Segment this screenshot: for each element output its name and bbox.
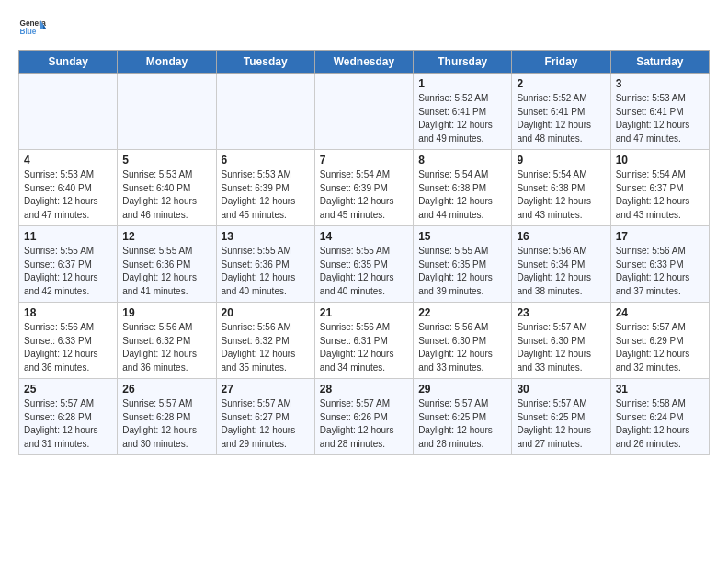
day-number: 7: [320, 154, 408, 167]
day-info: Sunrise: 5:57 AM Sunset: 6:26 PM Dayligh…: [320, 397, 408, 451]
calendar-cell: 28Sunrise: 5:57 AM Sunset: 6:26 PM Dayli…: [314, 379, 413, 455]
day-number: 12: [122, 230, 210, 243]
calendar-body: 1Sunrise: 5:52 AM Sunset: 6:41 PM Daylig…: [19, 74, 710, 455]
calendar-cell: [118, 74, 216, 150]
day-number: 31: [616, 383, 704, 396]
day-number: 25: [24, 383, 112, 396]
calendar-cell: 12Sunrise: 5:55 AM Sunset: 6:36 PM Dayli…: [118, 226, 216, 303]
day-info: Sunrise: 5:53 AM Sunset: 6:39 PM Dayligh…: [222, 168, 310, 222]
day-number: 5: [122, 154, 210, 167]
day-info: Sunrise: 5:53 AM Sunset: 6:40 PM Dayligh…: [24, 168, 112, 222]
day-info: Sunrise: 5:54 AM Sunset: 6:39 PM Dayligh…: [320, 168, 408, 222]
day-number: 21: [320, 306, 408, 319]
day-info: Sunrise: 5:57 AM Sunset: 6:28 PM Dayligh…: [122, 397, 210, 451]
calendar-cell: 29Sunrise: 5:57 AM Sunset: 6:25 PM Dayli…: [414, 379, 512, 455]
day-info: Sunrise: 5:56 AM Sunset: 6:31 PM Dayligh…: [320, 321, 408, 374]
day-number: 20: [222, 306, 310, 319]
calendar-cell: 11Sunrise: 5:55 AM Sunset: 6:37 PM Dayli…: [19, 226, 118, 303]
weekday-header-monday: Monday: [118, 51, 216, 74]
calendar-cell: [19, 74, 118, 150]
day-number: 13: [222, 230, 310, 243]
calendar-cell: 30Sunrise: 5:57 AM Sunset: 6:25 PM Dayli…: [512, 379, 610, 455]
calendar-cell: 23Sunrise: 5:57 AM Sunset: 6:30 PM Dayli…: [512, 303, 610, 379]
day-number: 3: [616, 77, 704, 90]
day-number: 26: [122, 383, 210, 396]
calendar-cell: 19Sunrise: 5:56 AM Sunset: 6:32 PM Dayli…: [118, 303, 216, 379]
day-info: Sunrise: 5:54 AM Sunset: 6:38 PM Dayligh…: [517, 168, 605, 222]
day-info: Sunrise: 5:56 AM Sunset: 6:30 PM Dayligh…: [418, 321, 506, 374]
calendar-cell: 4Sunrise: 5:53 AM Sunset: 6:40 PM Daylig…: [19, 150, 118, 226]
day-number: 16: [517, 230, 605, 243]
calendar-cell: [216, 74, 314, 150]
day-info: Sunrise: 5:54 AM Sunset: 6:37 PM Dayligh…: [616, 168, 704, 222]
weekday-header-friday: Friday: [512, 51, 610, 74]
calendar-cell: 7Sunrise: 5:54 AM Sunset: 6:39 PM Daylig…: [314, 150, 413, 226]
weekday-header-saturday: Saturday: [610, 51, 709, 74]
day-number: 17: [616, 230, 704, 243]
calendar-cell: 27Sunrise: 5:57 AM Sunset: 6:27 PM Dayli…: [216, 379, 314, 455]
day-info: Sunrise: 5:55 AM Sunset: 6:35 PM Dayligh…: [320, 245, 408, 298]
day-info: Sunrise: 5:56 AM Sunset: 6:33 PM Dayligh…: [616, 245, 704, 298]
day-number: 28: [320, 383, 408, 396]
day-number: 24: [616, 306, 704, 319]
calendar-cell: 24Sunrise: 5:57 AM Sunset: 6:29 PM Dayli…: [610, 303, 709, 379]
day-number: 15: [418, 230, 506, 243]
logo-icon: General Blue: [18, 15, 46, 42]
calendar-week-3: 11Sunrise: 5:55 AM Sunset: 6:37 PM Dayli…: [19, 226, 710, 303]
day-number: 27: [222, 383, 310, 396]
day-number: 8: [418, 154, 506, 167]
day-number: 1: [418, 77, 506, 90]
calendar-cell: 14Sunrise: 5:55 AM Sunset: 6:35 PM Dayli…: [314, 226, 413, 303]
day-number: 29: [418, 383, 506, 396]
day-number: 23: [517, 306, 605, 319]
day-number: 10: [616, 154, 704, 167]
calendar-header: SundayMondayTuesdayWednesdayThursdayFrid…: [19, 51, 710, 74]
calendar-table: SundayMondayTuesdayWednesdayThursdayFrid…: [18, 50, 710, 455]
calendar-cell: [314, 74, 413, 150]
calendar-cell: 16Sunrise: 5:56 AM Sunset: 6:34 PM Dayli…: [512, 226, 610, 303]
day-info: Sunrise: 5:54 AM Sunset: 6:38 PM Dayligh…: [418, 168, 506, 222]
day-number: 4: [24, 154, 112, 167]
day-info: Sunrise: 5:55 AM Sunset: 6:36 PM Dayligh…: [122, 245, 210, 298]
calendar-cell: 6Sunrise: 5:53 AM Sunset: 6:39 PM Daylig…: [216, 150, 314, 226]
weekday-header-thursday: Thursday: [414, 51, 512, 74]
day-info: Sunrise: 5:57 AM Sunset: 6:30 PM Dayligh…: [517, 321, 605, 374]
day-info: Sunrise: 5:56 AM Sunset: 6:33 PM Dayligh…: [24, 321, 112, 374]
day-info: Sunrise: 5:58 AM Sunset: 6:24 PM Dayligh…: [616, 397, 704, 451]
weekday-header-tuesday: Tuesday: [216, 51, 314, 74]
calendar-week-4: 18Sunrise: 5:56 AM Sunset: 6:33 PM Dayli…: [19, 303, 710, 379]
day-info: Sunrise: 5:57 AM Sunset: 6:28 PM Dayligh…: [24, 397, 112, 451]
day-number: 30: [517, 383, 605, 396]
calendar-week-5: 25Sunrise: 5:57 AM Sunset: 6:28 PM Dayli…: [19, 379, 710, 455]
day-number: 2: [517, 77, 605, 90]
calendar-cell: 3Sunrise: 5:53 AM Sunset: 6:41 PM Daylig…: [610, 74, 709, 150]
day-info: Sunrise: 5:55 AM Sunset: 6:37 PM Dayligh…: [24, 245, 112, 298]
calendar-cell: 9Sunrise: 5:54 AM Sunset: 6:38 PM Daylig…: [512, 150, 610, 226]
day-info: Sunrise: 5:56 AM Sunset: 6:34 PM Dayligh…: [517, 245, 605, 298]
day-info: Sunrise: 5:56 AM Sunset: 6:32 PM Dayligh…: [122, 321, 210, 374]
calendar-cell: 26Sunrise: 5:57 AM Sunset: 6:28 PM Dayli…: [118, 379, 216, 455]
calendar-cell: 15Sunrise: 5:55 AM Sunset: 6:35 PM Dayli…: [414, 226, 512, 303]
calendar-cell: 2Sunrise: 5:52 AM Sunset: 6:41 PM Daylig…: [512, 74, 610, 150]
day-number: 9: [517, 154, 605, 167]
svg-text:Blue: Blue: [20, 28, 37, 36]
calendar-cell: 22Sunrise: 5:56 AM Sunset: 6:30 PM Dayli…: [414, 303, 512, 379]
calendar-cell: 18Sunrise: 5:56 AM Sunset: 6:33 PM Dayli…: [19, 303, 118, 379]
calendar-week-1: 1Sunrise: 5:52 AM Sunset: 6:41 PM Daylig…: [19, 74, 710, 150]
day-number: 18: [24, 306, 112, 319]
calendar-page: General Blue SundayMondayTuesdayWednesda…: [0, 0, 728, 465]
day-info: Sunrise: 5:57 AM Sunset: 6:25 PM Dayligh…: [418, 397, 506, 451]
day-info: Sunrise: 5:56 AM Sunset: 6:32 PM Dayligh…: [222, 321, 310, 374]
day-number: 14: [320, 230, 408, 243]
day-info: Sunrise: 5:55 AM Sunset: 6:35 PM Dayligh…: [418, 245, 506, 298]
calendar-cell: 25Sunrise: 5:57 AM Sunset: 6:28 PM Dayli…: [19, 379, 118, 455]
calendar-cell: 17Sunrise: 5:56 AM Sunset: 6:33 PM Dayli…: [610, 226, 709, 303]
day-number: 6: [222, 154, 310, 167]
logo: General Blue: [18, 15, 46, 42]
calendar-cell: 10Sunrise: 5:54 AM Sunset: 6:37 PM Dayli…: [610, 150, 709, 226]
day-info: Sunrise: 5:55 AM Sunset: 6:36 PM Dayligh…: [222, 245, 310, 298]
calendar-cell: 21Sunrise: 5:56 AM Sunset: 6:31 PM Dayli…: [314, 303, 413, 379]
day-info: Sunrise: 5:57 AM Sunset: 6:27 PM Dayligh…: [222, 397, 310, 451]
calendar-cell: 13Sunrise: 5:55 AM Sunset: 6:36 PM Dayli…: [216, 226, 314, 303]
calendar-cell: 20Sunrise: 5:56 AM Sunset: 6:32 PM Dayli…: [216, 303, 314, 379]
